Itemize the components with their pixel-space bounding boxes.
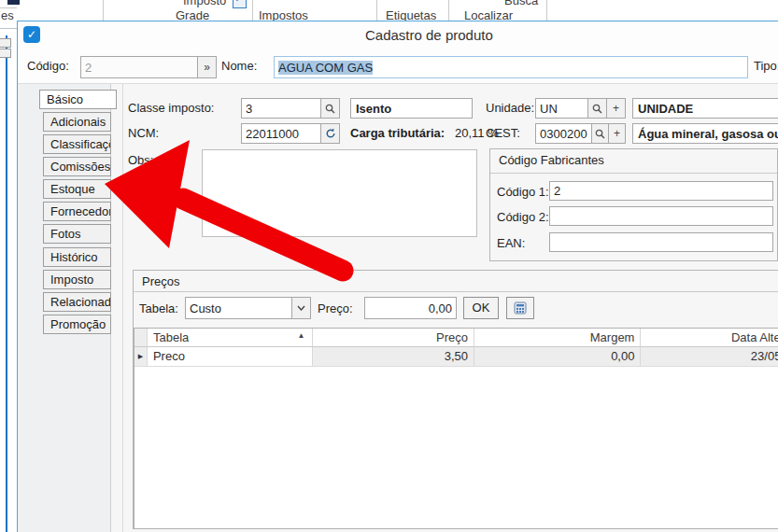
- sort-asc-icon: ▲: [298, 331, 305, 340]
- carga-tributaria-label: Carga tributária:: [350, 126, 445, 140]
- classe-imposto-search-button[interactable]: [320, 99, 339, 118]
- tabela-label: Tabela:: [139, 301, 178, 315]
- preco-input[interactable]: 0,00: [364, 297, 457, 319]
- ean-label: EAN:: [497, 236, 525, 250]
- preco-label: Preço:: [318, 301, 353, 315]
- cest-search-button[interactable]: [591, 124, 608, 143]
- background-button: [0, 38, 11, 48]
- codigo2-input[interactable]: [549, 206, 773, 226]
- toolbar-separator: [252, 0, 253, 21]
- magnifier-icon: [592, 104, 602, 114]
- row-marker-cell: ▶: [134, 347, 148, 366]
- unidade-search-button[interactable]: [587, 99, 606, 118]
- check-icon: ✓: [234, 0, 243, 5]
- tab-fotos[interactable]: Fotos: [43, 224, 111, 244]
- partial-label: es: [1, 8, 14, 22]
- row-selector-header: [134, 329, 148, 347]
- toolbar-busca[interactable]: Busca: [504, 0, 538, 7]
- ean-input[interactable]: [549, 232, 773, 252]
- classe-imposto-label: Classe imposto:: [128, 101, 214, 115]
- tab-estoque[interactable]: Estoque: [43, 179, 111, 199]
- tab-page-border: [122, 84, 123, 532]
- refresh-icon: [325, 128, 336, 139]
- ncm-label: NCM:: [128, 126, 159, 140]
- codigo-label: Código:: [27, 59, 69, 73]
- nome-label: Nome:: [221, 59, 257, 73]
- codigo-value: 2: [81, 61, 197, 75]
- tipo-label: Tipo:: [754, 59, 778, 73]
- tab-relacionados[interactable]: Relacionados: [43, 292, 111, 312]
- background-divider: [0, 7, 17, 8]
- classe-imposto-input[interactable]: 3: [241, 98, 340, 119]
- precos-group: Preços Tabela: Custo Preço: 0,00 OK: [133, 270, 778, 529]
- precos-table: Tabela ▲ Preço Margem Data Alter ▶ Preco…: [134, 328, 778, 529]
- plus-icon: +: [613, 102, 619, 115]
- calculator-button[interactable]: [506, 297, 534, 319]
- dialog-check-icon: ✓: [23, 26, 40, 43]
- background-panel-edge: [6, 35, 7, 532]
- chevron-down-icon: [297, 305, 305, 311]
- cest-add-button[interactable]: +: [608, 124, 625, 143]
- tab-imposto[interactable]: Imposto: [43, 270, 111, 289]
- unidade-input[interactable]: UN +: [535, 98, 626, 119]
- app-icon: [7, 0, 20, 5]
- ncm-refresh-button[interactable]: [320, 124, 339, 143]
- imposto-checkbox[interactable]: ✓: [233, 0, 247, 8]
- background-divider: [0, 28, 17, 29]
- cest-label: CEST:: [486, 126, 520, 140]
- dialog-title: Cadastro de produto: [365, 27, 493, 43]
- cest-desc: Água mineral, gasosa ou não,: [632, 123, 778, 144]
- classe-imposto-desc: Isento: [350, 98, 473, 119]
- codigo-input[interactable]: 2 »: [80, 56, 217, 78]
- cest-input[interactable]: 0300200 +: [535, 123, 626, 144]
- table-row[interactable]: ▶ Preco 3,50 0,00 23/05/: [134, 347, 778, 367]
- column-header-data-alter[interactable]: Data Alter: [641, 329, 778, 347]
- codigo-fabricantes-group: Código Fabricantes Código 1: 2 Código 2:…: [489, 148, 778, 261]
- row-marker-icon: ▶: [138, 353, 143, 359]
- tabela-combobox[interactable]: Custo: [185, 297, 311, 319]
- unidade-add-button[interactable]: +: [606, 99, 625, 118]
- tab-fornecedores[interactable]: Fornecedores: [43, 202, 111, 221]
- plus-icon: +: [614, 127, 620, 140]
- tab-historico[interactable]: Histórico: [43, 247, 111, 267]
- cell-preco[interactable]: 3,50: [313, 347, 474, 366]
- toolbar-separator: [103, 0, 104, 21]
- group-title: Preços: [142, 274, 179, 288]
- nome-value-selected: AGUA COM GAS: [278, 61, 373, 75]
- codigo1-input[interactable]: 2: [549, 181, 773, 201]
- tab-comissoes[interactable]: Comissões: [43, 157, 111, 176]
- combo-dropdown-button[interactable]: [291, 298, 310, 318]
- toolbar-separator: [448, 0, 449, 21]
- toolbar-separator: [546, 0, 547, 21]
- magnifier-icon: [325, 104, 335, 114]
- imposto-checkbox-label[interactable]: Imposto: [183, 0, 226, 7]
- cell-margem[interactable]: 0,00: [474, 347, 641, 366]
- unidade-desc: UNIDADE: [632, 98, 778, 119]
- screen: es Imposto ✓ Grade Impostos Etiquetas Lo…: [0, 0, 778, 532]
- codigo1-label: Código 1:: [497, 185, 549, 199]
- calculator-icon: [514, 301, 527, 315]
- double-arrow-icon: »: [204, 61, 210, 74]
- column-header-preco[interactable]: Preço: [313, 329, 474, 347]
- codigo2-label: Código 2:: [497, 210, 549, 224]
- column-header-tabela[interactable]: Tabela ▲: [148, 329, 314, 347]
- toolbar-separator: [376, 0, 377, 21]
- background-button: [0, 49, 11, 58]
- ncm-input[interactable]: 22011000: [241, 123, 340, 144]
- double-arrow-button[interactable]: »: [197, 57, 216, 77]
- unidade-label: Unidade:: [486, 101, 534, 115]
- group-title: Código Fabricantes: [499, 153, 604, 167]
- cadastro-produto-dialog: ✓ Cadastro de produto Código: 2 » Nome: …: [17, 21, 778, 532]
- cell-data-alter[interactable]: 23/05/: [641, 347, 778, 366]
- cell-tabela[interactable]: Preco: [148, 347, 314, 366]
- tab-basico[interactable]: Básico: [39, 90, 117, 109]
- ok-button[interactable]: OK: [463, 297, 499, 319]
- obs-textarea[interactable]: [202, 149, 477, 237]
- nome-input[interactable]: AGUA COM GAS: [274, 56, 748, 78]
- tab-promocao[interactable]: Promoção: [43, 315, 111, 334]
- obs-label: Obs:: [128, 153, 153, 167]
- tab-adicionais[interactable]: Adicionais: [43, 112, 111, 132]
- column-header-margem[interactable]: Margem: [474, 329, 641, 347]
- magnifier-icon: [595, 129, 605, 139]
- tab-classificacoes[interactable]: Classificações: [43, 134, 111, 154]
